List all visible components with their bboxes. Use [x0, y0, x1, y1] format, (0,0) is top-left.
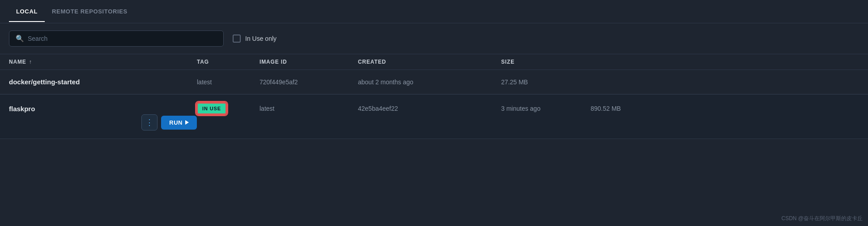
row1-size: 27.25 MB: [501, 78, 591, 86]
row1-image-id: 720f449e5af2: [260, 78, 358, 86]
search-box: 🔍: [9, 30, 224, 47]
table-header: NAME ↑ TAG IMAGE ID CREATED SIZE: [0, 54, 868, 70]
in-use-checkbox[interactable]: [233, 35, 241, 43]
in-use-text: In Use only: [245, 35, 277, 42]
row2-name: flaskpro: [9, 105, 197, 113]
row2-image-id: 42e5ba4eef22: [358, 105, 501, 112]
run-label: RUN: [169, 119, 183, 126]
row2-tag: latest: [260, 105, 358, 112]
run-button[interactable]: RUN: [161, 116, 197, 130]
table-row: docker/getting-started latest 720f449e5a…: [0, 70, 868, 94]
col-tag: TAG: [197, 59, 260, 65]
more-options-button[interactable]: ⋮: [141, 114, 157, 130]
sort-arrow-icon: ↑: [29, 59, 32, 65]
toolbar: 🔍 In Use only: [0, 23, 868, 54]
col-actions: [591, 59, 859, 65]
col-size: SIZE: [501, 59, 591, 65]
row2-created: 3 minutes ago: [501, 105, 591, 112]
tab-remote[interactable]: REMOTE REPOSITORIES: [45, 2, 135, 22]
row1-tag: latest: [197, 78, 260, 86]
row2-in-use-badge-cell: IN USE: [197, 103, 260, 114]
row2-size: 890.52 MB: [591, 105, 859, 112]
table-row: flaskpro IN USE latest 42e5ba4eef22 3 mi…: [0, 94, 868, 139]
col-image-id: IMAGE ID: [260, 59, 358, 65]
row2-actions: ⋮ RUN: [9, 114, 197, 130]
search-input[interactable]: [28, 35, 217, 42]
tab-local[interactable]: LOCAL: [9, 2, 45, 22]
in-use-badge: IN USE: [197, 103, 226, 114]
watermark: CSDN @奋斗在阿尔甲斯的皮卡丘: [781, 215, 863, 222]
row1-name: docker/getting-started: [9, 78, 197, 86]
row1-created: about 2 months ago: [358, 78, 501, 86]
col-created: CREATED: [358, 59, 501, 65]
col-name[interactable]: NAME ↑: [9, 59, 197, 65]
tab-bar: LOCAL REMOTE REPOSITORIES: [0, 0, 868, 23]
in-use-filter-label[interactable]: In Use only: [233, 35, 277, 43]
search-icon: 🔍: [16, 35, 24, 43]
run-triangle-icon: [185, 120, 189, 125]
